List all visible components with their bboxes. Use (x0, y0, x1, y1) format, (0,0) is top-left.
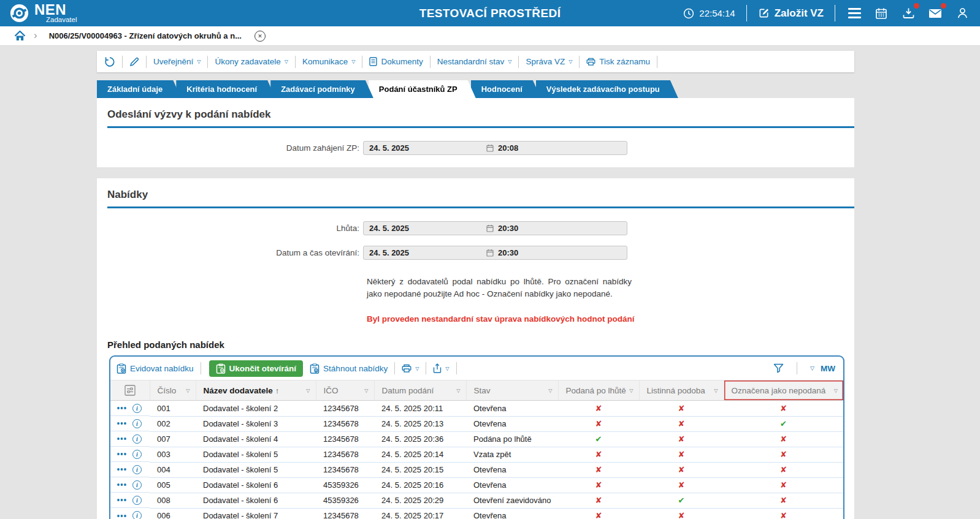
filter-chevron-icon[interactable]: ▽ (548, 388, 552, 393)
register-offer-button[interactable]: Evidovat nabídku (117, 363, 194, 374)
tab-kriteria-hodnoceni[interactable]: Kritéria hodnocení (176, 80, 275, 98)
tab-hodnoceni[interactable]: Hodnocení (471, 80, 541, 98)
toolbar-sprava-vz[interactable]: Správa VZ▽ (526, 57, 572, 66)
messages-button[interactable] (927, 6, 943, 21)
row-info-icon[interactable]: i (132, 404, 142, 413)
row-menu-icon[interactable] (117, 483, 127, 487)
toolbar-komunikace[interactable]: Komunikace▽ (302, 57, 355, 66)
cross-icon: ✘ (595, 465, 602, 474)
filter-chevron-icon[interactable]: ▽ (306, 388, 310, 393)
finish-opening-button[interactable]: Ukončit otevírání (209, 360, 304, 377)
table-row[interactable]: i003Dodavatel - školení 51234567824. 5. … (110, 447, 843, 462)
create-vz-button[interactable]: Založit VZ (758, 7, 824, 20)
column-settings-icon[interactable] (110, 385, 150, 396)
close-tab-icon[interactable]: ✕ (255, 31, 266, 42)
row-menu-icon[interactable] (117, 498, 127, 502)
table-row[interactable]: i007Dodavatel - školení 41234567824. 5. … (110, 431, 843, 447)
time-value[interactable]: 20:30 (498, 248, 627, 257)
filter-chevron-icon[interactable]: ▽ (186, 388, 189, 393)
time-value[interactable]: 20:30 (498, 224, 627, 233)
row-menu-icon[interactable] (117, 514, 127, 518)
column-header-datum-podani[interactable]: Datum podání▽ (374, 381, 466, 401)
toolbar-ukony-zadavatele[interactable]: Úkony zadavatele▽ (215, 57, 288, 66)
table-row[interactable]: i002Dodavatel - školení 31234567824. 5. … (110, 416, 843, 431)
row-info-icon[interactable]: i (132, 465, 142, 474)
home-icon[interactable] (14, 31, 26, 41)
table-row[interactable]: i004Dodavatel - školení 51234567824. 5. … (110, 462, 843, 477)
row-menu-icon[interactable] (117, 422, 127, 425)
column-header-nazev-dodavatele[interactable]: Název dodavatele↑▽ (196, 381, 316, 401)
opening-datetime-field[interactable]: 24. 5. 2025 20:30 (363, 246, 627, 260)
table-row[interactable]: i006Dodavatel - školení 71234567824. 5. … (110, 508, 843, 519)
time-value[interactable]: 20:08 (498, 143, 627, 153)
filter-chevron-icon[interactable]: ▽ (364, 388, 368, 393)
column-header-podana-po-lhute[interactable]: Podaná po lhůtě▽ (558, 381, 639, 401)
column-header-stav[interactable]: Stav▽ (466, 381, 558, 401)
cross-cell: ✘ (558, 493, 639, 508)
row-number-cell: 002 (150, 416, 196, 431)
breadcrumb-item[interactable]: N006/25/V00004963 - Zřízení datových okr… (49, 31, 242, 40)
filter-chevron-icon[interactable]: ▽ (714, 388, 718, 393)
row-info-icon[interactable]: i (132, 419, 142, 428)
table-row[interactable]: i005Dodavatel - školení 64535932624. 5. … (110, 477, 843, 493)
chevron-down-icon[interactable]: ▽ (810, 366, 814, 371)
row-menu-icon[interactable] (117, 406, 127, 410)
toolbar-nestandardni-stav[interactable]: Nestandardní stav▽ (437, 57, 512, 66)
nen-logo[interactable]: NEN Zadavatel (10, 2, 77, 24)
toolbar-tisk-zaznamu[interactable]: Tisk záznamu (586, 57, 650, 66)
row-number-cell: 003 (150, 447, 196, 462)
row-info-icon[interactable]: i (132, 480, 142, 490)
print-table-button[interactable]: ▽ (402, 364, 419, 373)
column-header-ico[interactable]: IČO▽ (316, 381, 374, 401)
printer-icon (402, 364, 412, 373)
filter-chevron-icon[interactable]: ▽ (629, 388, 633, 393)
row-info-icon[interactable]: i (132, 450, 142, 459)
tab-vysledek-zadavaciho-postupu[interactable]: Výsledek zadávacího postupu (536, 80, 678, 98)
export-button[interactable]: ▽ (433, 363, 449, 373)
calendar-icon[interactable] (486, 144, 494, 152)
row-info-icon[interactable]: i (132, 511, 142, 519)
tab-zakladni-udaje[interactable]: Základní údaje (97, 80, 181, 98)
column-header-listinna-podoba[interactable]: Listinná podoba▽ (639, 381, 724, 401)
date-value[interactable]: 24. 5. 2025 (364, 143, 486, 153)
row-menu-icon[interactable] (117, 452, 127, 456)
calendar-icon[interactable] (486, 249, 494, 257)
downloads-button[interactable] (900, 6, 916, 21)
menu-button[interactable] (846, 6, 862, 21)
column-label: Název dodavatele↑ (204, 386, 280, 395)
deadline-datetime-field[interactable]: 24. 5. 2025 20:30 (363, 221, 627, 235)
tab-podani-ucastniku-zp[interactable]: Podání účastníků ZP (369, 80, 476, 98)
tab-zadavaci-podminky[interactable]: Zadávací podmínky (270, 80, 373, 98)
filter-chevron-icon[interactable]: ▽ (456, 388, 460, 393)
row-menu-icon[interactable] (117, 468, 127, 471)
download-offers-button[interactable]: Stáhnout nabídky (310, 363, 388, 374)
filter-icon[interactable] (773, 363, 784, 373)
profile-button[interactable] (954, 6, 970, 21)
date-value[interactable]: 24. 5. 2025 (364, 248, 486, 257)
row-menu-icon[interactable] (117, 437, 127, 441)
table-row[interactable]: i008Dodavatel - školení 64535932624. 5. … (110, 493, 843, 508)
column-header-oznacena-jako-nepodana[interactable]: Označena jako nepodaná▽ (724, 381, 843, 401)
hamburger-icon (848, 8, 861, 18)
start-datetime-field[interactable]: 24. 5. 2025 20:08 (363, 141, 627, 155)
row-info-icon[interactable]: i (132, 434, 142, 444)
user-initials[interactable]: MW (821, 364, 835, 373)
filter-chevron-icon[interactable]: ▽ (834, 388, 838, 393)
toolbar-dokumenty[interactable]: Dokumenty (369, 57, 423, 66)
submission-date-cell: 24. 5. 2025 20:16 (374, 477, 466, 493)
calendar-button[interactable] (873, 6, 889, 21)
supplier-name-cell: Dodavatel - školení 7 (196, 508, 316, 519)
calendar-icon[interactable] (486, 224, 494, 232)
toolbar-uverejneni[interactable]: Uveřejnění▽ (153, 57, 201, 66)
divider (426, 362, 426, 374)
refresh-button[interactable] (104, 56, 115, 67)
date-value[interactable]: 24. 5. 2025 (364, 224, 486, 233)
status-cell: Otevření zaevidováno (466, 493, 558, 508)
edit-record-button[interactable] (129, 57, 139, 67)
download-icon (902, 7, 915, 19)
column-header-cislo[interactable]: Číslo▽ (150, 381, 196, 401)
row-info-icon[interactable]: i (132, 496, 142, 505)
table-row[interactable]: i001Dodavatel - školení 21234567824. 5. … (110, 401, 843, 417)
finish-opening-label: Ukončit otevírání (229, 364, 297, 373)
cross-icon: ✘ (595, 450, 602, 459)
